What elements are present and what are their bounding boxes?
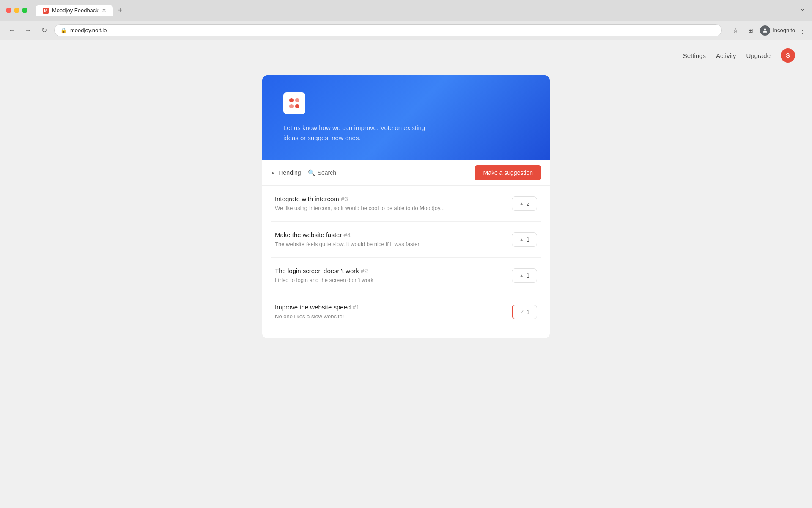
browser-chrome: M Moodjoy Feedback ✕ + ⌄ ← → ↻ 🔒 moodjoy…	[0, 0, 812, 40]
chevron-icon: ►	[271, 170, 275, 175]
search-label: Search	[318, 169, 336, 176]
vote-button[interactable]: ▲ 1	[512, 268, 537, 283]
url-display: moodjoy.nolt.io	[70, 27, 107, 33]
check-icon: ✓	[520, 309, 524, 315]
browser-actions: ☆ ⊞ Incognito ⋮	[730, 25, 806, 36]
logo-dots	[288, 97, 301, 110]
browser-menu-button[interactable]: ⊞	[745, 25, 757, 36]
back-button[interactable]: ←	[6, 25, 18, 36]
search-button[interactable]: 🔍 Search	[308, 169, 336, 176]
suggestion-number: #4	[344, 231, 351, 238]
suggestion-description: We like using Intercom, so it would be c…	[275, 204, 503, 212]
settings-link[interactable]: Settings	[683, 52, 706, 59]
suggestion-number: #1	[352, 304, 359, 311]
app-logo	[283, 92, 305, 114]
browser-toolbar: ← → ↻ 🔒 moodjoy.nolt.io ☆ ⊞ Incognito ⋮	[0, 21, 812, 40]
reload-button[interactable]: ↻	[38, 25, 50, 36]
suggestion-item: Make the website faster #4The website fe…	[271, 222, 541, 258]
tab-favicon: M	[43, 8, 49, 14]
tab-list-button[interactable]: ⌄	[800, 4, 805, 12]
suggestion-content: Make the website faster #4The website fe…	[275, 231, 503, 248]
site-nav: Settings Activity Upgrade S	[0, 40, 812, 71]
suggestion-title[interactable]: The login screen doesn't work #2	[275, 267, 503, 274]
logo-dot-1	[289, 98, 294, 102]
trending-button[interactable]: ► Trending	[271, 169, 301, 176]
forward-button[interactable]: →	[22, 25, 34, 36]
tab-bar: M Moodjoy Feedback ✕ + ⌄	[36, 4, 126, 17]
user-avatar[interactable]: S	[781, 48, 795, 63]
suggestion-description: No one likes a slow website!	[275, 313, 503, 320]
page-content: Settings Activity Upgrade S Let us know …	[0, 40, 812, 508]
suggestion-content: Integrate with intercom #3We like using …	[275, 195, 503, 212]
lock-icon: 🔒	[60, 28, 67, 33]
upvote-icon: ▲	[519, 201, 524, 206]
close-window-button[interactable]	[6, 8, 11, 13]
suggestion-number: #3	[341, 195, 348, 202]
active-tab[interactable]: M Moodjoy Feedback ✕	[36, 5, 113, 16]
suggestion-number: #2	[361, 267, 368, 274]
suggestion-description: I tried to login and the screen didn't w…	[275, 276, 503, 284]
new-tab-button[interactable]: +	[115, 4, 126, 17]
hero-tagline: Let us know how we can improve. Vote on …	[283, 123, 436, 143]
vote-button[interactable]: ▲ 1	[512, 232, 537, 247]
incognito-icon	[760, 25, 770, 36]
suggestion-item: Improve the website speed #1No one likes…	[271, 294, 541, 330]
suggestion-title[interactable]: Integrate with intercom #3	[275, 195, 503, 202]
upvote-icon: ▲	[519, 273, 524, 278]
suggestions-list: Integrate with intercom #3We like using …	[262, 186, 550, 338]
svg-point-0	[764, 28, 766, 30]
main-container: Let us know how we can improve. Vote on …	[262, 75, 550, 338]
activity-link[interactable]: Activity	[716, 52, 736, 59]
tab-close-button[interactable]: ✕	[102, 8, 106, 14]
suggestion-content: Improve the website speed #1No one likes…	[275, 304, 503, 320]
incognito-label: Incognito	[773, 27, 795, 33]
logo-dot-4	[295, 104, 299, 108]
minimize-window-button[interactable]	[14, 8, 19, 13]
trending-label: Trending	[278, 169, 301, 176]
search-icon: 🔍	[308, 169, 315, 176]
suggestion-item: The login screen doesn't work #2I tried …	[271, 258, 541, 294]
logo-dot-3	[289, 104, 294, 108]
suggestion-description: The website feels quite slow, it would b…	[275, 240, 503, 248]
hero-banner: Let us know how we can improve. Vote on …	[262, 75, 550, 160]
upvote-icon: ▲	[519, 237, 524, 242]
suggestion-item: Integrate with intercom #3We like using …	[271, 186, 541, 222]
maximize-window-button[interactable]	[22, 8, 27, 13]
suggestion-title[interactable]: Improve the website speed #1	[275, 304, 503, 311]
vote-button[interactable]: ▲ 2	[512, 196, 537, 211]
make-suggestion-button[interactable]: Make a suggestion	[475, 165, 541, 180]
browser-more-button[interactable]: ⋮	[798, 26, 806, 35]
suggestion-content: The login screen doesn't work #2I tried …	[275, 267, 503, 284]
upgrade-link[interactable]: Upgrade	[746, 52, 771, 59]
vote-button[interactable]: ✓ 1	[512, 305, 537, 319]
address-bar[interactable]: 🔒 moodjoy.nolt.io	[54, 24, 722, 36]
suggestions-toolbar: ► Trending 🔍 Search Make a suggestion	[262, 160, 550, 186]
suggestion-title[interactable]: Make the website faster #4	[275, 231, 503, 238]
logo-dot-2	[295, 98, 299, 102]
tab-title: Moodjoy Feedback	[52, 7, 99, 14]
browser-titlebar: M Moodjoy Feedback ✕ + ⌄	[0, 0, 812, 21]
bookmark-button[interactable]: ☆	[730, 25, 741, 36]
traffic-lights	[6, 8, 27, 13]
incognito-indicator: Incognito	[760, 25, 795, 36]
